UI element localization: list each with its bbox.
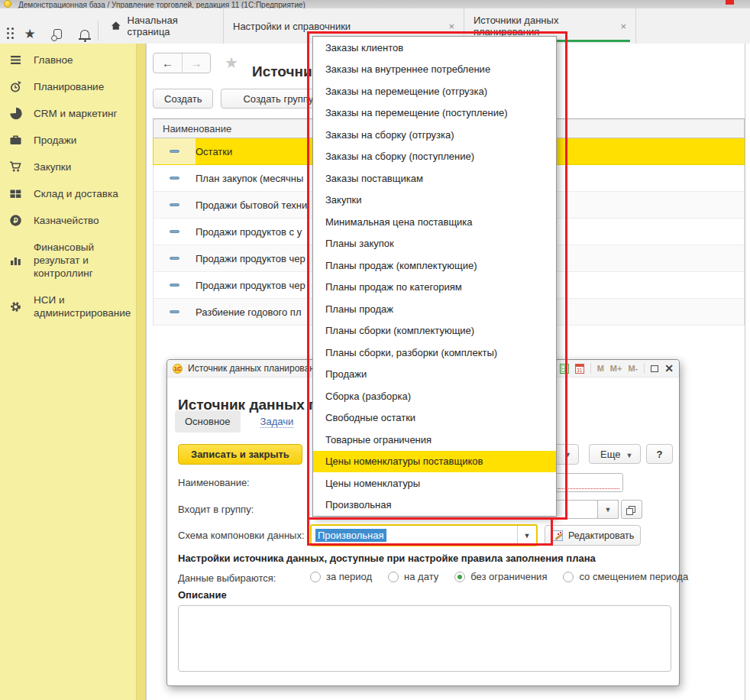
memory-m-button[interactable]: M — [597, 364, 604, 373]
edit-scheme-button[interactable]: Редактировать — [545, 525, 641, 546]
radio-no-limit[interactable]: без ограничения — [454, 571, 547, 582]
maximize-icon[interactable] — [651, 365, 658, 372]
sidebar-item-label: Планирование — [34, 80, 104, 93]
radio-dot-icon — [563, 572, 574, 582]
tab-home[interactable]: Начальная страница — [102, 8, 224, 44]
row-type-cell — [154, 165, 196, 191]
dropdown-item[interactable]: Минимальная цена поставщика — [313, 211, 556, 233]
row-type-cell — [154, 192, 196, 218]
row-name: План закупок (месячны — [196, 173, 303, 184]
purchases-icon — [9, 160, 22, 173]
close-icon[interactable]: ✕ — [664, 363, 674, 374]
1c-logo-icon: 1С — [173, 364, 183, 374]
dropdown-item[interactable]: Заказы на сборку (поступление) — [313, 146, 556, 168]
element-dash-icon — [170, 257, 179, 260]
sidebar-item-label: Склад и доставка — [34, 187, 118, 200]
dropdown-item[interactable]: Планы продаж — [313, 298, 556, 320]
dropdown-item[interactable]: Заказы на перемещение (поступление) — [313, 102, 556, 125]
sales-icon — [9, 134, 22, 147]
group-dropdown-button[interactable]: ▼ — [597, 500, 619, 519]
description-textarea[interactable] — [178, 605, 671, 672]
memory-mplus-button[interactable]: M+ — [610, 364, 622, 373]
open-form-icon — [629, 506, 635, 513]
history-icon[interactable] — [49, 25, 66, 42]
dropdown-item[interactable]: Цены номенклатуры поставщиков — [313, 451, 556, 473]
tab-close-icon[interactable]: × — [609, 21, 626, 32]
calendar-icon[interactable]: 31 — [575, 364, 584, 374]
sidebar-item-treasury[interactable]: ₽Казначейство — [0, 207, 145, 234]
combo-dropdown-button[interactable]: ▼ — [517, 526, 536, 545]
dropdown-item[interactable]: Планы сборки (комплектующие) — [313, 320, 556, 342]
dropdown-item[interactable]: Товарные ограничения — [313, 429, 556, 451]
row-name: Продажи продуктов чер — [196, 253, 305, 264]
radio-group: за периодна датубез ограничениясо смещен… — [310, 571, 688, 582]
dropdown-item[interactable]: Продажи — [313, 364, 556, 386]
dropdown-item[interactable]: Планы продаж (комплектующие) — [313, 254, 556, 277]
dropdown-item[interactable]: Свободные остатки — [313, 407, 556, 429]
dropdown-item[interactable]: Закупки — [313, 190, 556, 212]
sidebar-item-crm[interactable]: CRM и маркетинг — [0, 100, 145, 127]
element-dash-icon — [170, 203, 179, 206]
forward-button[interactable]: → — [182, 53, 210, 73]
row-name: Разбиение годового пл — [196, 306, 302, 318]
dropdown-item[interactable]: Произвольная — [313, 494, 556, 517]
chevron-down-icon: ▼ — [626, 452, 632, 459]
menu-icon — [9, 53, 22, 66]
sidebar-item-label: Казначейство — [34, 214, 99, 227]
row-type-cell — [154, 245, 196, 271]
dropdown-item[interactable]: Сборка (разборка) — [313, 385, 556, 407]
save-and-close-button[interactable]: Записать и закрыть — [178, 444, 302, 465]
dropdown-item[interactable]: Заказы на внутреннее потребление — [313, 59, 556, 81]
row-name: Продажи продуктов чер — [196, 280, 305, 291]
grid-menu-icon[interactable] — [2, 25, 18, 42]
tab-label: Настройки и справочники — [233, 21, 351, 32]
radio-dot-icon — [388, 572, 399, 582]
row-name: Продажи бытовой техни — [196, 199, 307, 211]
calculator-icon[interactable] — [560, 364, 569, 374]
edit-wand-icon — [552, 530, 563, 541]
dropdown-item[interactable]: Заказы клиентов — [313, 37, 556, 59]
scheme-combobox[interactable]: Произвольная ▼ — [310, 524, 538, 546]
scheme-selected-value: Произвольная — [315, 529, 386, 542]
sidebar-scrollbar[interactable] — [136, 44, 145, 700]
dropdown-item[interactable]: Заказы поставщикам — [313, 167, 556, 190]
sidebar-item-purchases[interactable]: Закупки — [0, 154, 145, 180]
list-command-bar: Создать Создать группу — [153, 89, 335, 109]
app-logo-icon — [4, 0, 11, 8]
radio-period[interactable]: за период — [310, 571, 372, 582]
element-dash-icon — [170, 230, 179, 233]
dialog-tab-tasks[interactable]: Задачи — [260, 416, 294, 428]
dropdown-item[interactable]: Заказы на сборку (отгрузка) — [313, 124, 556, 146]
more-button[interactable]: Еще▼ — [589, 444, 641, 464]
dropdown-item[interactable]: Цены номенклатуры — [313, 472, 556, 494]
dropdown-item[interactable]: Планы закупок — [313, 233, 556, 255]
group-open-button[interactable] — [621, 500, 642, 519]
create-button[interactable]: Создать — [153, 89, 213, 109]
dropdown-item[interactable]: Заказы на перемещение (отгрузка) — [313, 80, 556, 102]
help-button[interactable]: ? — [646, 444, 673, 464]
sidebar-item-label: Финансовый результат и контроллинг — [34, 241, 130, 280]
dialog-tab-main[interactable]: Основное — [175, 410, 241, 433]
sidebar-item-finance[interactable]: Финансовый результат и контроллинг — [0, 234, 145, 287]
radio-date[interactable]: на дату — [388, 571, 438, 582]
sidebar-item-menu[interactable]: Главное — [0, 47, 145, 73]
favorite-star-icon[interactable]: ★ — [225, 53, 238, 72]
back-button[interactable]: ← — [154, 53, 182, 73]
dropdown-item[interactable]: Планы продаж по категориям — [313, 277, 556, 299]
row-name: Остатки — [196, 146, 232, 157]
group-field-label: Входит в группу: — [178, 504, 254, 515]
sidebar-item-admin[interactable]: НСИ и администрирование — [0, 287, 145, 326]
tab-close-icon[interactable]: × — [438, 21, 454, 32]
memory-mminus-button[interactable]: M- — [628, 364, 638, 373]
sidebar-item-warehouse[interactable]: Склад и доставка — [0, 180, 145, 207]
sidebar-item-sales[interactable]: Продажи — [0, 127, 145, 154]
application-window: Демонстрационная база / Управление торго… — [0, 0, 750, 700]
dialog-tabs: ОсновноеЗадачиМои — [175, 410, 333, 433]
favorites-star-icon[interactable]: ★ — [21, 25, 38, 42]
row-type-cell — [154, 299, 196, 325]
row-name: Продажи продуктов с у — [196, 226, 302, 238]
radio-offset[interactable]: со смещением периода — [563, 571, 688, 582]
notifications-bell-icon[interactable] — [76, 25, 93, 42]
sidebar-item-planning[interactable]: Планирование — [0, 73, 145, 100]
dropdown-item[interactable]: Планы сборки, разборки (комплекты) — [313, 342, 556, 364]
